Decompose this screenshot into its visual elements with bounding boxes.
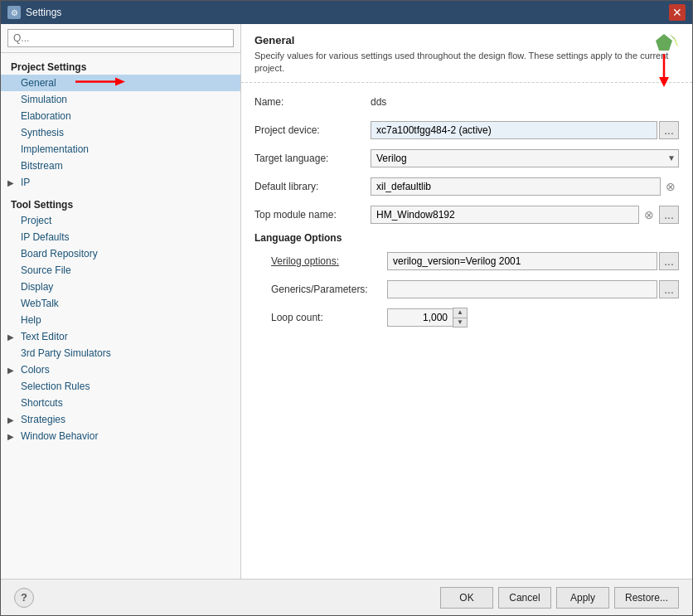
sidebar-group-ip[interactable]: ▶ IP xyxy=(1,174,240,191)
generics-browse-button[interactable]: ... xyxy=(659,280,679,298)
project-device-input[interactable] xyxy=(371,121,657,139)
app-icon: ⚙ xyxy=(7,6,21,19)
loop-count-input[interactable] xyxy=(387,308,453,327)
svg-marker-6 xyxy=(659,77,669,87)
sidebar-item-label: IP Defaults xyxy=(21,231,69,243)
name-label: Name: xyxy=(254,96,371,108)
loop-count-row: Loop count: ▲ ▼ xyxy=(254,307,679,328)
sidebar-group-window-behavior[interactable]: ▶ Window Behavior xyxy=(1,428,240,444)
right-panel: General Specify values for various setti… xyxy=(241,24,692,579)
default-library-label: Default library: xyxy=(254,181,371,192)
target-language-select[interactable]: Verilog VHDL xyxy=(371,149,679,167)
loop-count-increment-button[interactable]: ▲ xyxy=(453,308,467,318)
sidebar-item-bitstream[interactable]: Bitstream xyxy=(1,158,240,174)
red-arrow-annotation xyxy=(75,75,125,90)
default-library-row: Default library: ⊗ xyxy=(254,176,679,197)
sidebar-item-elaboration[interactable]: Elaboration xyxy=(1,108,240,124)
default-library-clear-button[interactable]: ⊗ xyxy=(662,177,679,196)
top-module-browse-button[interactable]: ... xyxy=(659,206,679,224)
restore-button[interactable]: Restore... xyxy=(614,587,679,609)
chevron-right-icon: ▶ xyxy=(7,432,17,441)
sidebar-item-help[interactable]: Help xyxy=(1,312,240,328)
loop-count-spinner-buttons: ▲ ▼ xyxy=(453,308,468,327)
sidebar-item-simulation[interactable]: Simulation xyxy=(1,91,240,108)
sidebar-item-3rd-party[interactable]: 3rd Party Simulators xyxy=(1,345,240,361)
search-input[interactable] xyxy=(7,29,234,47)
sidebar-item-label: Shortcuts xyxy=(21,397,63,409)
sidebar-item-selection-rules[interactable]: Selection Rules xyxy=(1,378,240,395)
sidebar-group-label: Strategies xyxy=(21,414,65,425)
sidebar-group-label: Window Behavior xyxy=(21,430,98,442)
search-bar xyxy=(1,24,240,53)
form-area: Name: dds Project device: ... Target lan… xyxy=(241,83,692,579)
chevron-right-icon: ▶ xyxy=(7,366,17,375)
chevron-right-icon: ▶ xyxy=(7,415,17,424)
main-content: Project Settings General Simulation xyxy=(1,24,692,579)
project-device-browse-button[interactable]: ... xyxy=(659,121,679,139)
sidebar-item-label: Display xyxy=(21,281,53,293)
sidebar-item-synthesis[interactable]: Synthesis xyxy=(1,124,240,141)
sidebar-item-implementation[interactable]: Implementation xyxy=(1,141,240,158)
sidebar-group-label: Text Editor xyxy=(21,331,68,342)
sidebar-group-text-editor[interactable]: ▶ Text Editor xyxy=(1,328,240,345)
sidebar-item-ip-defaults[interactable]: IP Defaults xyxy=(1,229,240,245)
svg-marker-2 xyxy=(656,34,672,51)
ok-button[interactable]: OK xyxy=(440,587,493,609)
sidebar-item-label: Bitstream xyxy=(21,160,63,172)
sidebar-item-label: General xyxy=(21,77,56,89)
name-value: dds xyxy=(371,96,679,108)
sidebar-item-label: Project xyxy=(21,215,51,226)
bottom-bar: ? OK Cancel Apply Restore... xyxy=(1,579,692,615)
svg-marker-1 xyxy=(115,78,125,86)
loop-count-label: Loop count: xyxy=(271,312,387,323)
sidebar-item-label: Simulation xyxy=(21,94,67,105)
generics-row: Generics/Parameters: ... xyxy=(254,279,679,300)
top-module-input[interactable] xyxy=(371,206,639,224)
top-module-input-row: ⊗ ... xyxy=(371,206,679,224)
sidebar-item-label: Elaboration xyxy=(21,110,71,122)
settings-window: ⚙ Settings ✕ Project Settings General xyxy=(0,0,693,616)
generics-input[interactable] xyxy=(387,280,657,298)
nav-tree: Project Settings General Simulation xyxy=(1,53,240,579)
generics-input-row: ... xyxy=(387,280,679,298)
default-library-input[interactable] xyxy=(371,177,661,196)
sidebar-group-strategies[interactable]: ▶ Strategies xyxy=(1,411,240,428)
loop-count-spinner: ▲ ▼ xyxy=(387,308,468,327)
default-library-input-row: ⊗ xyxy=(371,177,679,196)
section-title: General xyxy=(254,34,679,46)
sidebar-item-display[interactable]: Display xyxy=(1,279,240,295)
right-header: General Specify values for various setti… xyxy=(241,24,692,83)
top-module-clear-button[interactable]: ⊗ xyxy=(641,206,657,224)
close-button[interactable]: ✕ xyxy=(669,4,686,21)
apply-button[interactable]: Apply xyxy=(556,587,609,609)
verilog-options-input-row: ... xyxy=(387,252,679,270)
sidebar-item-label: Help xyxy=(21,314,41,326)
window-title: Settings xyxy=(26,7,669,18)
project-device-label: Project device: xyxy=(254,124,371,136)
cancel-button[interactable]: Cancel xyxy=(498,587,551,609)
name-row: Name: dds xyxy=(254,91,679,113)
sidebar-item-board-repository[interactable]: Board Repository xyxy=(1,245,240,262)
chevron-right-icon: ▶ xyxy=(7,178,17,187)
sidebar-item-label: Selection Rules xyxy=(21,381,90,392)
chevron-right-icon: ▶ xyxy=(7,332,17,342)
red-arrow-down-annotation xyxy=(656,54,672,87)
loop-count-decrement-button[interactable]: ▼ xyxy=(453,318,467,327)
left-panel: Project Settings General Simulation xyxy=(1,24,241,579)
sidebar-item-shortcuts[interactable]: Shortcuts xyxy=(1,395,240,411)
sidebar-group-colors[interactable]: ▶ Colors xyxy=(1,361,240,378)
sidebar-item-label: 3rd Party Simulators xyxy=(21,347,111,359)
generics-label: Generics/Parameters: xyxy=(271,284,387,295)
sidebar-item-project[interactable]: Project xyxy=(1,212,240,229)
verilog-options-browse-button[interactable]: ... xyxy=(659,252,679,270)
sidebar-item-source-file[interactable]: Source File xyxy=(1,262,240,279)
sidebar-item-label: Implementation xyxy=(21,143,89,155)
help-button[interactable]: ? xyxy=(14,588,34,608)
sidebar-item-general[interactable]: General xyxy=(1,75,240,91)
sidebar-item-label: Source File xyxy=(21,264,71,276)
target-language-select-container: Verilog VHDL ▼ xyxy=(371,149,679,167)
top-module-label: Top module name: xyxy=(254,209,371,221)
verilog-options-input[interactable] xyxy=(387,252,657,270)
target-language-row: Target language: Verilog VHDL ▼ xyxy=(254,148,679,169)
sidebar-item-webtalk[interactable]: WebTalk xyxy=(1,295,240,312)
